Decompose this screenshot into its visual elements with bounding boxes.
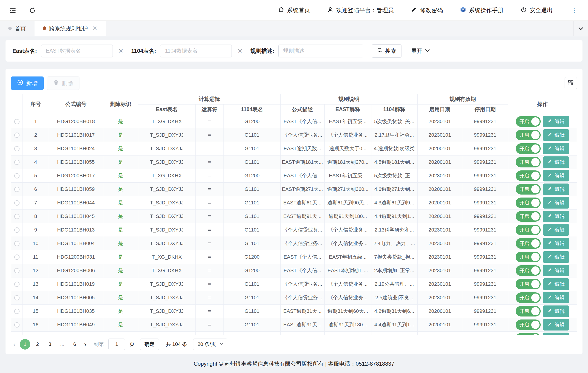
goto-page-input[interactable] (108, 339, 125, 350)
enable-toggle[interactable]: 开启 (516, 252, 541, 262)
cell-seq: 17 (22, 332, 49, 335)
pagination-page-6[interactable]: 6 (69, 339, 80, 350)
enable-toggle[interactable]: 开启 (516, 211, 541, 222)
cell-formula-code: HDG1101BH044 (49, 196, 103, 209)
row-select-radio[interactable] (14, 160, 20, 165)
enable-toggle[interactable]: 开启 (516, 130, 541, 140)
t1104-table-input[interactable] (160, 45, 232, 57)
edit-button[interactable]: 编辑 (543, 332, 569, 335)
expand-toggle[interactable]: 展开 (411, 47, 430, 55)
add-button[interactable]: 新增 (11, 76, 44, 90)
goto-page-suffix: 页 (130, 341, 135, 348)
pagination-page-1[interactable]: 1 (20, 339, 30, 350)
edit-button[interactable]: 编辑 (543, 238, 569, 249)
edit-pencil-icon (547, 295, 552, 301)
row-select-radio[interactable] (14, 227, 20, 233)
edit-button[interactable]: 编辑 (543, 305, 569, 317)
cell-1104-table: G1200 (223, 115, 281, 128)
nav-home[interactable]: 系统首页 (278, 6, 310, 14)
search-button[interactable]: 搜索 (372, 44, 401, 58)
nav-welcome[interactable]: 欢迎登陆平台：管理员 (327, 6, 394, 14)
enable-toggle[interactable]: 开启 (516, 320, 541, 330)
tab-close-icon[interactable]: ✕ (92, 25, 97, 32)
edit-button[interactable]: 编辑 (543, 265, 569, 276)
edit-pencil-icon (547, 227, 552, 233)
cell-end-date: 99991231 (462, 155, 508, 169)
expand-label: 展开 (411, 47, 422, 55)
enable-toggle[interactable]: 开启 (516, 225, 541, 235)
row-select-radio[interactable] (14, 133, 20, 138)
table-body-scroll[interactable]: 1 HDG1200BH018 是 T_XG_DKHX = G1200 EAST《… (11, 115, 577, 335)
row-select-radio[interactable] (14, 173, 20, 178)
row-select-radio[interactable] (14, 241, 20, 246)
pagination-page-3[interactable]: 3 (44, 339, 55, 350)
edit-button[interactable]: 编辑 (543, 184, 569, 195)
enable-toggle[interactable]: 开启 (516, 170, 541, 181)
edit-button[interactable]: 编辑 (543, 116, 569, 127)
east-table-clear-icon[interactable]: ✕ (118, 47, 124, 55)
edit-button[interactable]: 编辑 (543, 197, 569, 208)
enable-toggle-label: 开启 (519, 227, 529, 233)
prev-page-icon[interactable]: ‹ (11, 340, 18, 348)
page-size-select[interactable]: 20 条/页 (193, 339, 227, 350)
row-select-radio[interactable] (14, 268, 20, 273)
edit-button[interactable]: 编辑 (543, 143, 569, 154)
pagination-page-2[interactable]: 2 (32, 339, 43, 350)
cell-end-date: 99991231 (462, 237, 508, 250)
row-select-radio[interactable] (14, 255, 20, 260)
edit-button[interactable]: 编辑 (543, 224, 569, 236)
row-select-radio[interactable] (14, 309, 20, 314)
column-settings-button[interactable] (565, 77, 577, 89)
enable-toggle[interactable]: 开启 (516, 265, 541, 276)
tab-home[interactable]: 首页 (0, 21, 34, 36)
chevron-down-icon (424, 47, 430, 55)
enable-toggle[interactable]: 开启 (516, 279, 541, 290)
enable-toggle[interactable]: 开启 (516, 184, 541, 195)
cell-east-explain: 《个人信贷业务... (324, 277, 371, 291)
tab-cross-system-rules[interactable]: 跨系统规则维护 ✕ (34, 21, 106, 36)
enable-toggle[interactable]: 开启 (516, 306, 541, 317)
rule-desc-input[interactable] (278, 45, 363, 57)
nav-logout[interactable]: 安全退出 (520, 6, 553, 14)
edit-button[interactable]: 编辑 (543, 251, 569, 263)
t1104-table-clear-icon[interactable]: ✕ (237, 47, 242, 55)
row-select-radio[interactable] (14, 322, 20, 328)
nav-change-password[interactable]: 修改密码 (411, 6, 443, 14)
refresh-icon[interactable] (29, 7, 36, 14)
cell-start-date: 20230101 (417, 250, 462, 264)
cell-operator: = (195, 291, 223, 304)
enable-toggle[interactable]: 开启 (516, 116, 541, 127)
cell-end-date: 99991231 (462, 332, 508, 335)
edit-button[interactable]: 编辑 (543, 156, 569, 168)
edit-button[interactable]: 编辑 (543, 170, 569, 181)
col-header-seq: 序号 (22, 94, 49, 115)
east-table-input[interactable] (41, 45, 113, 57)
enable-toggle[interactable]: 开启 (516, 157, 541, 167)
edit-button[interactable]: 编辑 (543, 211, 569, 222)
row-select-radio[interactable] (14, 214, 20, 219)
nav-manual[interactable]: 系统操作手册 (460, 6, 504, 14)
delete-button[interactable]: 删除 (47, 76, 79, 90)
sidebar-collapse-icon[interactable] (9, 7, 16, 14)
edit-button[interactable]: 编辑 (543, 129, 569, 141)
more-menu-icon[interactable]: ⋮ (570, 6, 579, 14)
next-page-icon[interactable]: › (82, 340, 89, 348)
row-select-radio[interactable] (14, 146, 20, 151)
edit-button[interactable]: 编辑 (543, 278, 569, 290)
row-select-radio[interactable] (14, 282, 20, 287)
row-select-radio[interactable] (14, 187, 20, 192)
row-select-radio[interactable] (14, 295, 20, 300)
enable-toggle[interactable]: 开启 (516, 197, 541, 208)
edit-button[interactable]: 编辑 (543, 292, 569, 303)
enable-toggle[interactable]: 开启 (516, 238, 541, 249)
goto-confirm-button[interactable]: 确定 (140, 339, 159, 350)
toggle-knob (531, 158, 540, 166)
enable-toggle[interactable]: 开启 (516, 333, 541, 335)
enable-toggle[interactable]: 开启 (516, 292, 541, 303)
enable-toggle[interactable]: 开启 (516, 143, 541, 154)
tab-list-dropdown[interactable] (573, 21, 588, 36)
row-select-radio[interactable] (14, 119, 20, 124)
row-select-radio[interactable] (14, 200, 20, 206)
edit-button[interactable]: 编辑 (543, 319, 569, 331)
cell-start-date: 20230101 (417, 115, 462, 128)
